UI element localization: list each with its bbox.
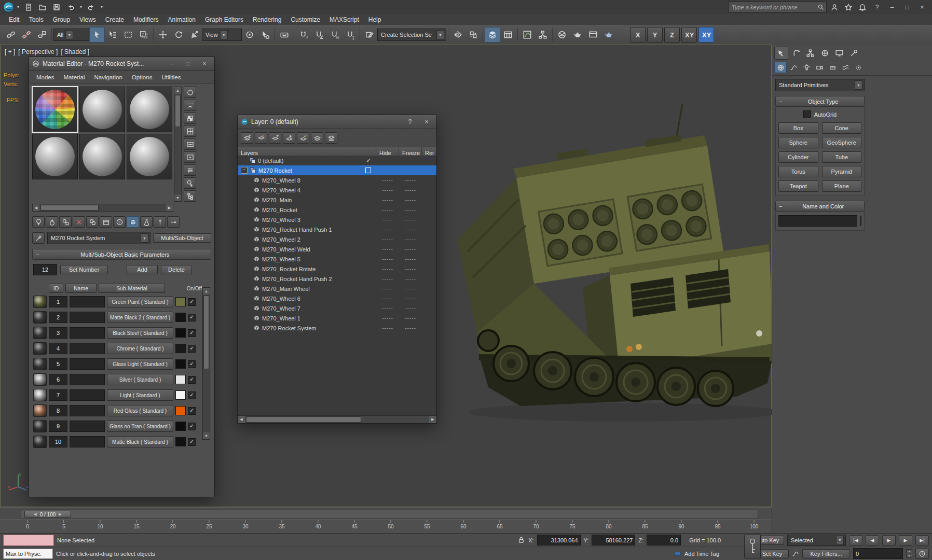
sample-slot-3[interactable] — [127, 87, 172, 132]
save-file-icon[interactable] — [50, 2, 63, 13]
assign-material-to-selection-icon[interactable] — [59, 216, 72, 228]
x-coordinate-field[interactable] — [537, 535, 581, 545]
material-preview-swatch[interactable] — [33, 420, 47, 432]
subtab-lights-icon[interactable] — [800, 62, 813, 73]
object-name-input[interactable] — [778, 215, 857, 227]
hide-cell[interactable]: ----- — [376, 197, 399, 203]
material-enable-checkbox[interactable]: ✓ — [188, 423, 196, 430]
freeze-cell[interactable]: ----- — [399, 207, 422, 213]
material-editor-close-button[interactable]: × — [198, 59, 211, 69]
spinner-snap-toggle-icon[interactable] — [342, 27, 358, 43]
object-color-swatch[interactable] — [860, 216, 861, 226]
material-color-swatch[interactable] — [175, 297, 186, 306]
options-icon[interactable] — [184, 164, 196, 176]
hide-cell[interactable]: ----- — [376, 286, 399, 291]
viewport-general-menu[interactable]: [ + ] — [5, 48, 15, 55]
material-color-swatch[interactable] — [175, 406, 186, 415]
sub-material-button[interactable]: Light ( Standard ) — [107, 389, 173, 401]
material-preview-swatch[interactable] — [33, 358, 47, 370]
freeze-cell[interactable]: ----- — [399, 217, 422, 222]
current-time-field[interactable] — [853, 548, 903, 559]
layer-properties-icon[interactable] — [325, 132, 337, 144]
menu-rendering[interactable]: Rendering — [248, 15, 286, 24]
hide-cell[interactable]: ----- — [376, 177, 399, 183]
axis-constraint-button-1-y[interactable]: Y — [647, 27, 663, 43]
hide-cell[interactable]: ----- — [376, 256, 399, 262]
select-and-move-icon[interactable] — [155, 27, 171, 43]
freeze-cell[interactable]: ----- — [399, 315, 422, 321]
layer-row[interactable]: M270_Main Wheel---------- — [238, 284, 436, 293]
sample-uv-tiling-icon[interactable] — [184, 125, 196, 137]
make-preview-icon[interactable] — [184, 151, 196, 163]
sample-slots-vscrollbar[interactable]: ▲ ▼ — [174, 87, 182, 202]
sub-material-button[interactable]: Chrome ( Standard ) — [107, 343, 173, 354]
hide-cell[interactable]: ----- — [376, 276, 399, 282]
material-color-swatch[interactable] — [175, 328, 186, 338]
name-color-rollout-header[interactable]: − Name and Color — [775, 201, 865, 212]
layer-row[interactable]: M270_Wheel Weld---------- — [238, 244, 436, 254]
sub-material-button[interactable]: Black Steel ( Standard ) — [107, 327, 173, 339]
time-spin-down-icon[interactable]: ▼ — [906, 554, 912, 558]
menu-group[interactable]: Group — [48, 15, 75, 24]
primitive-category-dropdown[interactable]: Standard Primitives ▼ — [775, 79, 865, 91]
material-color-swatch[interactable] — [175, 390, 186, 400]
freeze-cell[interactable]: ----- — [399, 325, 422, 331]
material-enable-checkbox[interactable]: ✓ — [188, 391, 196, 399]
material-enable-checkbox[interactable]: ✓ — [188, 376, 196, 384]
material-preview-swatch[interactable] — [33, 373, 47, 386]
freeze-cell[interactable]: ----- — [399, 227, 422, 232]
subtab-systems-icon[interactable] — [852, 62, 865, 73]
edit-named-selection-sets-icon[interactable] — [362, 27, 377, 43]
previous-frame-arrow-icon[interactable]: ◀ — [34, 512, 36, 516]
subtab-geometry-icon[interactable] — [774, 62, 787, 73]
pick-layer-icon[interactable] — [311, 132, 323, 144]
freeze-cell[interactable]: ----- — [399, 236, 422, 242]
layer-window-close-button[interactable]: × — [420, 117, 433, 127]
scroll-up-icon[interactable]: ▲ — [174, 87, 181, 94]
add-time-tag-label[interactable]: Add Time Tag — [684, 551, 719, 557]
percent-snap-toggle-icon[interactable]: % — [327, 27, 342, 43]
hide-cell[interactable]: ----- — [376, 227, 399, 232]
freeze-cell[interactable]: ----- — [399, 286, 422, 291]
column-id-header[interactable]: ID — [49, 284, 63, 293]
delete-sub-material-button[interactable]: Delete — [161, 265, 192, 274]
select-objects-in-layer-icon[interactable] — [283, 132, 295, 144]
freeze-cell[interactable]: ----- — [399, 305, 422, 311]
hide-cell[interactable]: ----- — [376, 296, 399, 301]
play-animation-button[interactable]: ▶ — [882, 535, 896, 545]
previous-frame-button[interactable]: ◀ — [866, 535, 879, 545]
material-preview-swatch[interactable] — [33, 436, 47, 448]
sub-material-vscrollbar[interactable]: ▲ ▼ — [202, 287, 210, 440]
mtl-menu-options[interactable]: Options — [128, 73, 157, 81]
freeze-cell[interactable]: ----- — [399, 266, 422, 272]
material-id-channel-icon[interactable]: 0 — [113, 216, 126, 228]
material-color-swatch[interactable] — [175, 313, 186, 322]
close-window-button[interactable]: × — [915, 2, 929, 12]
selection-filter-dropdown[interactable]: All ▼ — [53, 29, 89, 41]
menu-animation[interactable]: Animation — [163, 15, 200, 24]
y-coordinate-field[interactable] — [592, 535, 635, 545]
material-preview-swatch[interactable] — [33, 389, 47, 401]
material-enable-checkbox[interactable]: ✓ — [188, 438, 196, 446]
sub-material-button[interactable]: Matte Black 2 ( Standard ) — [107, 312, 173, 323]
window-crossing-toggle-icon[interactable] — [136, 27, 152, 43]
material-color-swatch[interactable] — [175, 344, 186, 353]
subtab-shapes-icon[interactable] — [787, 62, 800, 73]
show-end-result-icon[interactable] — [140, 216, 153, 228]
favorites-star-icon[interactable] — [842, 2, 855, 13]
set-current-layer-icon[interactable] — [297, 132, 309, 144]
reference-coordinate-dropdown[interactable]: View ▼ — [202, 29, 242, 41]
set-number-button[interactable]: Set Number — [60, 265, 108, 274]
select-and-manipulate-icon[interactable] — [257, 27, 273, 43]
align-icon[interactable] — [465, 27, 481, 43]
autogrid-checkbox[interactable] — [803, 110, 811, 118]
add-selection-to-layer-icon[interactable] — [269, 132, 281, 144]
material-name-field[interactable] — [70, 389, 105, 401]
primitive-button-torus[interactable]: Torus — [778, 166, 818, 177]
column-name-header[interactable]: Name — [65, 284, 97, 293]
macro-recorder-field[interactable] — [3, 535, 54, 546]
rectangular-selection-region-icon[interactable] — [120, 27, 136, 43]
backlight-icon[interactable] — [184, 100, 196, 111]
freeze-cell[interactable]: ----- — [399, 276, 422, 282]
track-bar[interactable]: 0510152025303540455055606570758085909510… — [0, 520, 772, 534]
